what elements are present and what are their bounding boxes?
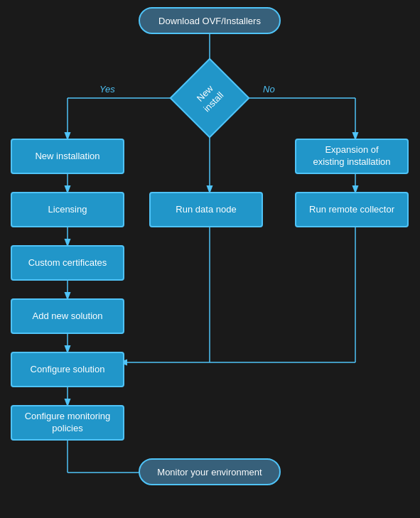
yes-label: Yes	[99, 84, 115, 95]
no-label: No	[263, 84, 275, 95]
download-node: Download OVF/Installers	[139, 7, 281, 34]
new-installation-node: New installation	[11, 139, 124, 174]
run-remote-collector-node: Run remote collector	[295, 192, 409, 227]
configure-monitoring-node: Configure monitoring policies	[11, 405, 124, 441]
flowchart-diagram: Download OVF/Installers New install Yes …	[0, 0, 420, 518]
monitor-node: Monitor your environment	[139, 458, 281, 485]
configure-solution-node: Configure solution	[11, 352, 124, 387]
new-install-diamond	[169, 58, 249, 138]
run-data-node: Run data node	[149, 192, 263, 227]
expansion-node: Expansion of existing installation	[295, 139, 409, 174]
add-new-solution-node: Add new solution	[11, 298, 124, 334]
custom-certificates-node: Custom certificates	[11, 245, 124, 281]
licensing-node: Licensing	[11, 192, 124, 227]
